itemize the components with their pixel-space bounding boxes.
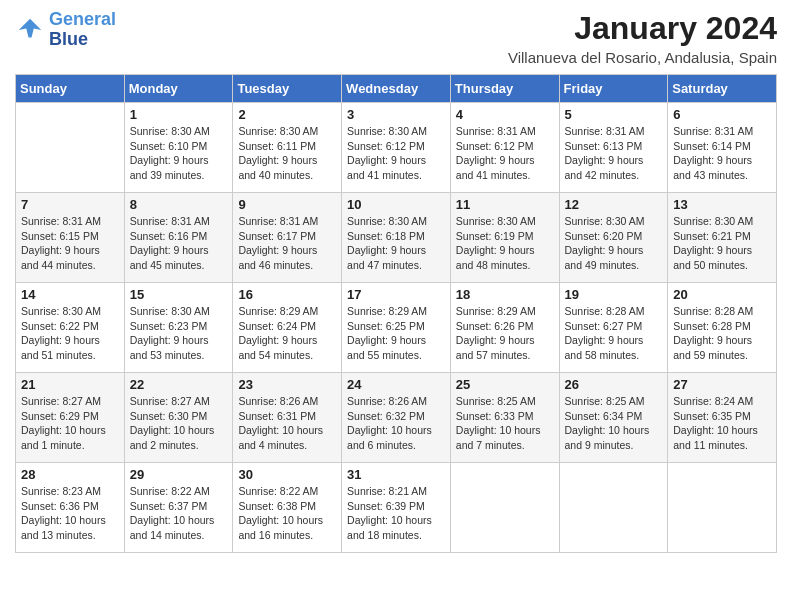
calendar-cell — [16, 103, 125, 193]
calendar-cell: 15Sunrise: 8:30 AMSunset: 6:23 PMDayligh… — [124, 283, 233, 373]
cell-info: Sunrise: 8:23 AMSunset: 6:36 PMDaylight:… — [21, 484, 119, 543]
calendar-cell: 8Sunrise: 8:31 AMSunset: 6:16 PMDaylight… — [124, 193, 233, 283]
day-number: 24 — [347, 377, 445, 392]
cell-info: Sunrise: 8:27 AMSunset: 6:30 PMDaylight:… — [130, 394, 228, 453]
day-number: 21 — [21, 377, 119, 392]
calendar-cell: 9Sunrise: 8:31 AMSunset: 6:17 PMDaylight… — [233, 193, 342, 283]
calendar-cell: 26Sunrise: 8:25 AMSunset: 6:34 PMDayligh… — [559, 373, 668, 463]
cell-info: Sunrise: 8:30 AMSunset: 6:12 PMDaylight:… — [347, 124, 445, 183]
day-number: 29 — [130, 467, 228, 482]
calendar-cell — [559, 463, 668, 553]
day-number: 26 — [565, 377, 663, 392]
cell-info: Sunrise: 8:30 AMSunset: 6:19 PMDaylight:… — [456, 214, 554, 273]
calendar-cell — [668, 463, 777, 553]
day-number: 16 — [238, 287, 336, 302]
calendar-cell: 19Sunrise: 8:28 AMSunset: 6:27 PMDayligh… — [559, 283, 668, 373]
calendar-cell: 13Sunrise: 8:30 AMSunset: 6:21 PMDayligh… — [668, 193, 777, 283]
day-number: 6 — [673, 107, 771, 122]
cell-info: Sunrise: 8:31 AMSunset: 6:14 PMDaylight:… — [673, 124, 771, 183]
calendar-cell: 24Sunrise: 8:26 AMSunset: 6:32 PMDayligh… — [342, 373, 451, 463]
day-number: 12 — [565, 197, 663, 212]
day-number: 20 — [673, 287, 771, 302]
calendar-cell: 16Sunrise: 8:29 AMSunset: 6:24 PMDayligh… — [233, 283, 342, 373]
cell-info: Sunrise: 8:30 AMSunset: 6:22 PMDaylight:… — [21, 304, 119, 363]
calendar-cell: 28Sunrise: 8:23 AMSunset: 6:36 PMDayligh… — [16, 463, 125, 553]
day-number: 27 — [673, 377, 771, 392]
cell-info: Sunrise: 8:30 AMSunset: 6:11 PMDaylight:… — [238, 124, 336, 183]
calendar-cell: 21Sunrise: 8:27 AMSunset: 6:29 PMDayligh… — [16, 373, 125, 463]
cell-info: Sunrise: 8:29 AMSunset: 6:25 PMDaylight:… — [347, 304, 445, 363]
calendar-table: Sunday Monday Tuesday Wednesday Thursday… — [15, 74, 777, 553]
day-number: 1 — [130, 107, 228, 122]
col-tuesday: Tuesday — [233, 75, 342, 103]
col-thursday: Thursday — [450, 75, 559, 103]
logo-icon — [15, 15, 45, 45]
day-number: 13 — [673, 197, 771, 212]
calendar-week-1: 1Sunrise: 8:30 AMSunset: 6:10 PMDaylight… — [16, 103, 777, 193]
day-number: 25 — [456, 377, 554, 392]
calendar-cell: 3Sunrise: 8:30 AMSunset: 6:12 PMDaylight… — [342, 103, 451, 193]
calendar-cell: 5Sunrise: 8:31 AMSunset: 6:13 PMDaylight… — [559, 103, 668, 193]
calendar-cell: 1Sunrise: 8:30 AMSunset: 6:10 PMDaylight… — [124, 103, 233, 193]
cell-info: Sunrise: 8:31 AMSunset: 6:13 PMDaylight:… — [565, 124, 663, 183]
cell-info: Sunrise: 8:30 AMSunset: 6:21 PMDaylight:… — [673, 214, 771, 273]
day-number: 4 — [456, 107, 554, 122]
cell-info: Sunrise: 8:31 AMSunset: 6:12 PMDaylight:… — [456, 124, 554, 183]
calendar-cell: 29Sunrise: 8:22 AMSunset: 6:37 PMDayligh… — [124, 463, 233, 553]
calendar-cell: 27Sunrise: 8:24 AMSunset: 6:35 PMDayligh… — [668, 373, 777, 463]
day-number: 18 — [456, 287, 554, 302]
month-year-title: January 2024 — [508, 10, 777, 47]
day-number: 28 — [21, 467, 119, 482]
col-wednesday: Wednesday — [342, 75, 451, 103]
day-number: 3 — [347, 107, 445, 122]
col-sunday: Sunday — [16, 75, 125, 103]
calendar-cell: 7Sunrise: 8:31 AMSunset: 6:15 PMDaylight… — [16, 193, 125, 283]
day-number: 9 — [238, 197, 336, 212]
day-number: 19 — [565, 287, 663, 302]
day-number: 14 — [21, 287, 119, 302]
cell-info: Sunrise: 8:29 AMSunset: 6:24 PMDaylight:… — [238, 304, 336, 363]
title-block: January 2024 Villanueva del Rosario, And… — [508, 10, 777, 66]
cell-info: Sunrise: 8:30 AMSunset: 6:10 PMDaylight:… — [130, 124, 228, 183]
location-subtitle: Villanueva del Rosario, Andalusia, Spain — [508, 49, 777, 66]
calendar-week-4: 21Sunrise: 8:27 AMSunset: 6:29 PMDayligh… — [16, 373, 777, 463]
day-number: 30 — [238, 467, 336, 482]
calendar-cell: 22Sunrise: 8:27 AMSunset: 6:30 PMDayligh… — [124, 373, 233, 463]
day-number: 10 — [347, 197, 445, 212]
calendar-cell: 18Sunrise: 8:29 AMSunset: 6:26 PMDayligh… — [450, 283, 559, 373]
calendar-week-2: 7Sunrise: 8:31 AMSunset: 6:15 PMDaylight… — [16, 193, 777, 283]
calendar-cell: 14Sunrise: 8:30 AMSunset: 6:22 PMDayligh… — [16, 283, 125, 373]
calendar-week-3: 14Sunrise: 8:30 AMSunset: 6:22 PMDayligh… — [16, 283, 777, 373]
day-number: 23 — [238, 377, 336, 392]
cell-info: Sunrise: 8:24 AMSunset: 6:35 PMDaylight:… — [673, 394, 771, 453]
cell-info: Sunrise: 8:30 AMSunset: 6:18 PMDaylight:… — [347, 214, 445, 273]
cell-info: Sunrise: 8:25 AMSunset: 6:33 PMDaylight:… — [456, 394, 554, 453]
cell-info: Sunrise: 8:26 AMSunset: 6:32 PMDaylight:… — [347, 394, 445, 453]
day-number: 5 — [565, 107, 663, 122]
day-number: 15 — [130, 287, 228, 302]
calendar-cell: 6Sunrise: 8:31 AMSunset: 6:14 PMDaylight… — [668, 103, 777, 193]
calendar-cell: 10Sunrise: 8:30 AMSunset: 6:18 PMDayligh… — [342, 193, 451, 283]
day-number: 17 — [347, 287, 445, 302]
cell-info: Sunrise: 8:22 AMSunset: 6:37 PMDaylight:… — [130, 484, 228, 543]
col-saturday: Saturday — [668, 75, 777, 103]
calendar-cell: 11Sunrise: 8:30 AMSunset: 6:19 PMDayligh… — [450, 193, 559, 283]
calendar-cell: 23Sunrise: 8:26 AMSunset: 6:31 PMDayligh… — [233, 373, 342, 463]
cell-info: Sunrise: 8:28 AMSunset: 6:28 PMDaylight:… — [673, 304, 771, 363]
cell-info: Sunrise: 8:31 AMSunset: 6:15 PMDaylight:… — [21, 214, 119, 273]
calendar-cell — [450, 463, 559, 553]
page-header: General Blue January 2024 Villanueva del… — [15, 10, 777, 66]
calendar-cell: 4Sunrise: 8:31 AMSunset: 6:12 PMDaylight… — [450, 103, 559, 193]
cell-info: Sunrise: 8:28 AMSunset: 6:27 PMDaylight:… — [565, 304, 663, 363]
calendar-cell: 12Sunrise: 8:30 AMSunset: 6:20 PMDayligh… — [559, 193, 668, 283]
logo-text: General Blue — [49, 10, 116, 50]
cell-info: Sunrise: 8:26 AMSunset: 6:31 PMDaylight:… — [238, 394, 336, 453]
day-number: 11 — [456, 197, 554, 212]
calendar-cell: 31Sunrise: 8:21 AMSunset: 6:39 PMDayligh… — [342, 463, 451, 553]
cell-info: Sunrise: 8:21 AMSunset: 6:39 PMDaylight:… — [347, 484, 445, 543]
day-number: 22 — [130, 377, 228, 392]
calendar-cell: 25Sunrise: 8:25 AMSunset: 6:33 PMDayligh… — [450, 373, 559, 463]
svg-marker-0 — [19, 19, 42, 38]
cell-info: Sunrise: 8:30 AMSunset: 6:20 PMDaylight:… — [565, 214, 663, 273]
cell-info: Sunrise: 8:31 AMSunset: 6:16 PMDaylight:… — [130, 214, 228, 273]
